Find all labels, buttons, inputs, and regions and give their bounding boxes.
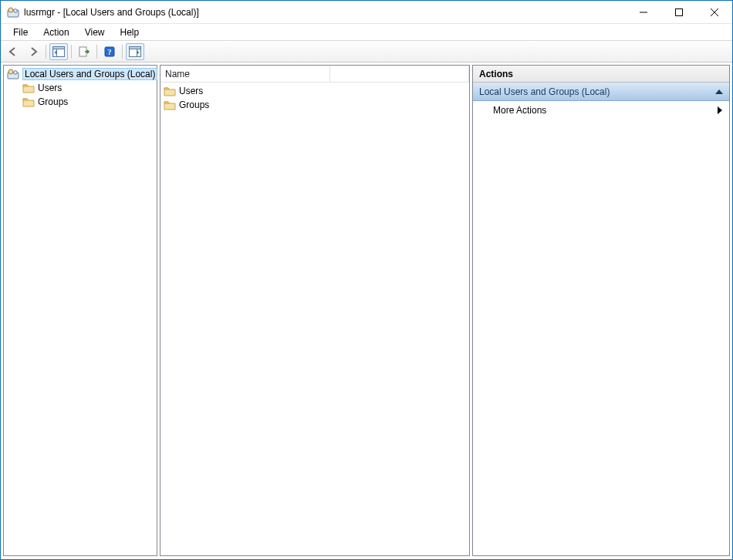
app-icon xyxy=(7,6,19,19)
actions-header: Actions xyxy=(473,66,729,83)
folder-icon xyxy=(164,100,176,110)
list-header: Name xyxy=(160,66,469,83)
actions-section-head[interactable]: Local Users and Groups (Local) xyxy=(473,83,729,101)
actions-pane: Actions Local Users and Groups (Local) M… xyxy=(472,65,730,556)
toolbar-separator xyxy=(71,45,72,59)
content-area: Local Users and Groups (Local) Users Gro… xyxy=(1,62,732,559)
menu-action[interactable]: Action xyxy=(35,25,76,39)
close-button[interactable] xyxy=(697,1,732,23)
menu-help[interactable]: Help xyxy=(113,25,147,39)
nav-back-button[interactable] xyxy=(4,43,22,60)
titlebar: lusrmgr - [Local Users and Groups (Local… xyxy=(1,1,732,24)
window-controls xyxy=(626,1,732,23)
toggle-actions-button[interactable] xyxy=(126,43,144,60)
tree-root[interactable]: Local Users and Groups (Local) xyxy=(5,67,155,81)
help-button[interactable]: ? xyxy=(100,43,119,60)
list-item-label: Groups xyxy=(179,100,209,110)
collapse-up-icon xyxy=(715,89,723,95)
actions-more-label: More Actions xyxy=(493,105,546,116)
svg-point-2 xyxy=(14,8,18,12)
folder-icon xyxy=(22,83,35,93)
tree: Local Users and Groups (Local) Users Gro… xyxy=(4,66,157,110)
svg-text:?: ? xyxy=(108,48,112,56)
list-item-users[interactable]: Users xyxy=(160,84,469,98)
window: lusrmgr - [Local Users and Groups (Local… xyxy=(0,0,733,560)
minimize-button[interactable] xyxy=(626,1,661,23)
list-body: Users Groups xyxy=(160,83,469,555)
list-item-label: Users xyxy=(179,86,203,96)
folder-icon xyxy=(22,96,35,107)
svg-point-18 xyxy=(14,71,18,75)
tree-item-users[interactable]: Users xyxy=(5,81,155,95)
toolbar: ? xyxy=(1,41,732,62)
column-spacer xyxy=(330,66,469,82)
submenu-arrow-icon xyxy=(717,106,723,114)
export-list-button[interactable] xyxy=(75,43,93,60)
svg-point-1 xyxy=(8,8,13,12)
users-groups-icon xyxy=(7,68,19,80)
menu-view[interactable]: View xyxy=(77,25,113,39)
menubar: File Action View Help xyxy=(1,24,732,41)
svg-point-17 xyxy=(8,69,13,74)
actions-section-label: Local Users and Groups (Local) xyxy=(479,86,610,97)
list-item-groups[interactable]: Groups xyxy=(160,98,469,112)
nav-forward-button[interactable] xyxy=(24,43,42,60)
toolbar-separator xyxy=(96,45,97,59)
maximize-button[interactable] xyxy=(661,1,697,23)
actions-more[interactable]: More Actions xyxy=(473,101,729,120)
tree-item-groups[interactable]: Groups xyxy=(5,95,155,109)
column-name[interactable]: Name xyxy=(160,66,330,82)
tree-pane: Local Users and Groups (Local) Users Gro… xyxy=(3,65,157,556)
toolbar-separator xyxy=(46,45,46,59)
toolbar-separator xyxy=(122,45,123,59)
tree-root-label: Local Users and Groups (Local) xyxy=(22,68,157,80)
tree-item-label: Users xyxy=(38,83,62,93)
svg-rect-4 xyxy=(676,8,683,15)
tree-item-label: Groups xyxy=(38,96,68,107)
list-pane: Name Users Groups xyxy=(160,65,470,556)
window-title: lusrmgr - [Local Users and Groups (Local… xyxy=(24,7,199,18)
toggle-tree-button[interactable] xyxy=(49,43,68,60)
menu-file[interactable]: File xyxy=(5,25,35,39)
folder-icon xyxy=(164,86,176,96)
